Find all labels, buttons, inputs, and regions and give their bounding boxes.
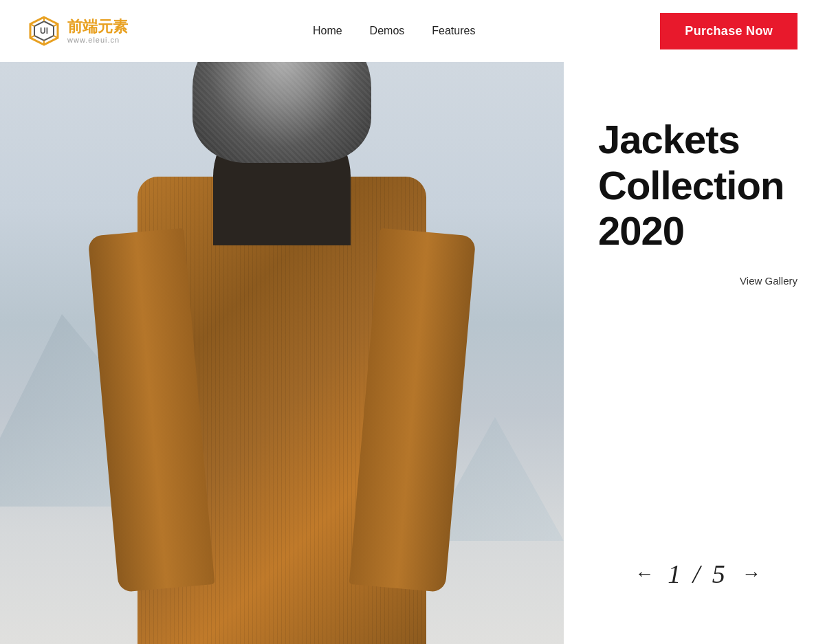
nav-home[interactable]: Home bbox=[313, 25, 342, 37]
hero-content: Jackets Collection 2020 View Gallery bbox=[598, 117, 798, 545]
total-slides: 5 bbox=[712, 559, 728, 588]
hero-image bbox=[0, 62, 564, 644]
hero-pagination: ← 1 / 5 → bbox=[598, 545, 798, 603]
logo-text: 前端元素 www.eleui.cn bbox=[67, 18, 128, 44]
svg-text:UI: UI bbox=[40, 26, 48, 36]
next-slide-button[interactable]: → bbox=[742, 563, 761, 585]
purchase-now-button[interactable]: Purchase Now bbox=[660, 13, 798, 49]
logo-icon: UI bbox=[28, 14, 60, 47]
pagination-separator: / bbox=[693, 559, 712, 588]
view-gallery-link[interactable]: View Gallery bbox=[598, 275, 798, 287]
current-slide: 1 bbox=[668, 559, 683, 588]
logo-title-part2: 元素 bbox=[98, 18, 128, 35]
main-nav: Home Demos Features bbox=[313, 25, 476, 37]
prev-slide-button[interactable]: ← bbox=[635, 563, 654, 585]
hero-text-side: Jackets Collection 2020 View Gallery ← 1… bbox=[564, 62, 825, 644]
hero-title: Jackets Collection 2020 bbox=[598, 117, 798, 254]
logo-title-part1: 前端 bbox=[67, 18, 98, 35]
nav-features[interactable]: Features bbox=[432, 25, 475, 37]
hero-canvas bbox=[0, 62, 564, 644]
pagination-display: 1 / 5 bbox=[668, 559, 728, 589]
nav-demos[interactable]: Demos bbox=[370, 25, 405, 37]
hero-section: Jackets Collection 2020 View Gallery ← 1… bbox=[0, 62, 825, 644]
logo-subtitle: www.eleui.cn bbox=[67, 36, 128, 44]
logo[interactable]: UI 前端元素 www.eleui.cn bbox=[28, 14, 128, 47]
site-header: UI 前端元素 www.eleui.cn Home Demos Features… bbox=[0, 0, 825, 62]
hat bbox=[192, 62, 371, 163]
